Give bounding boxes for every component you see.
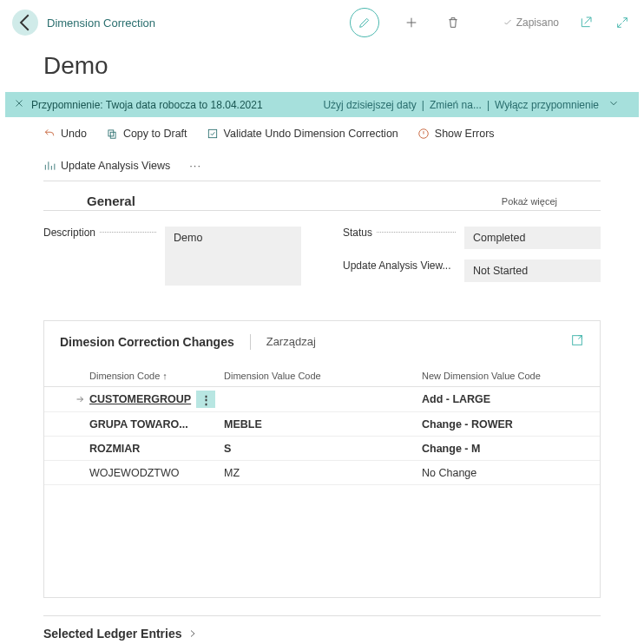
description-label: Description bbox=[43, 227, 156, 239]
saved-label-text: Zapisano bbox=[516, 16, 559, 29]
cell-val[interactable]: S bbox=[224, 443, 422, 455]
back-button[interactable] bbox=[12, 10, 38, 36]
cell-new-val[interactable]: No Change bbox=[422, 467, 584, 479]
action-copy-draft[interactable]: Copy to Draft bbox=[106, 128, 187, 140]
cell-dim-code[interactable]: GRUPA TOWARO... bbox=[89, 418, 196, 430]
reminder-message: Przypomnienie: Twoja data robocza to 18.… bbox=[31, 99, 323, 111]
saved-status: Zapisano bbox=[503, 16, 559, 29]
reminder-chevron-icon[interactable] bbox=[608, 97, 620, 112]
breadcrumb: Dimension Correction bbox=[47, 16, 350, 30]
reminder-link-off[interactable]: Wyłącz przypomnienie bbox=[495, 99, 599, 111]
description-value[interactable]: Demo bbox=[165, 227, 301, 286]
reminder-bar: Przypomnienie: Twoja data robocza to 18.… bbox=[5, 92, 639, 117]
delete-button[interactable] bbox=[444, 13, 463, 32]
status-label: Status bbox=[343, 227, 456, 239]
update-views-label: Update Analysis View... bbox=[343, 260, 456, 272]
action-show-errors[interactable]: Show Errors bbox=[417, 128, 495, 140]
changes-table: Dimesion Correction Changes Zarządzaj Di… bbox=[43, 320, 601, 598]
cell-new-val[interactable]: Change - ROWER bbox=[422, 418, 584, 430]
cell-val[interactable]: MEBLE bbox=[224, 418, 422, 430]
changes-title: Dimesion Correction Changes bbox=[60, 335, 234, 349]
action-update-views[interactable]: Update Analysis Views bbox=[43, 160, 170, 172]
expand-button[interactable] bbox=[613, 13, 632, 32]
update-views-value: Not Started bbox=[464, 260, 601, 282]
table-row[interactable]: CUSTOMERGROUP⋮Add - LARGE bbox=[44, 387, 600, 412]
edit-button[interactable] bbox=[350, 8, 379, 37]
show-more-link[interactable]: Pokaż więcej bbox=[502, 196, 557, 207]
ledger-entries-toggle[interactable]: Selected Ledger Entries bbox=[43, 627, 601, 641]
changes-manage[interactable]: Zarządzaj bbox=[266, 335, 316, 348]
row-arrow-icon bbox=[70, 394, 89, 404]
new-button[interactable] bbox=[402, 13, 421, 32]
col-new-val[interactable]: New Dimension Value Code bbox=[422, 371, 584, 381]
cell-val[interactable]: MZ bbox=[224, 467, 422, 479]
cell-dim-code[interactable]: CUSTOMERGROUP bbox=[89, 393, 196, 405]
row-menu-icon[interactable]: ⋮ bbox=[196, 391, 215, 408]
cell-dim-code[interactable]: WOJEWODZTWO bbox=[89, 467, 196, 479]
reminder-link-today[interactable]: Użyj dzisiejszej daty bbox=[323, 99, 416, 111]
table-row[interactable]: GRUPA TOWARO...MEBLEChange - ROWER bbox=[44, 412, 600, 437]
col-dim-code[interactable]: Dimension Code ↑ bbox=[89, 371, 224, 381]
cell-new-val[interactable]: Add - LARGE bbox=[422, 393, 584, 405]
action-undo[interactable]: Undo bbox=[43, 128, 87, 140]
action-validate[interactable]: Validate Undo Dimension Correction bbox=[207, 128, 398, 140]
more-actions-icon[interactable]: ··· bbox=[189, 159, 201, 172]
reminder-link-change[interactable]: Zmień na... bbox=[430, 99, 482, 111]
svg-rect-1 bbox=[110, 132, 115, 138]
expand-table-icon[interactable] bbox=[570, 333, 584, 350]
svg-rect-2 bbox=[208, 129, 216, 137]
status-value: Completed bbox=[464, 227, 601, 249]
share-button[interactable] bbox=[576, 13, 595, 32]
svg-rect-0 bbox=[108, 130, 114, 136]
action-bar: Undo Copy to Draft Validate Undo Dimensi… bbox=[43, 128, 601, 181]
table-row[interactable]: WOJEWODZTWOMZNo Change bbox=[44, 461, 600, 485]
close-reminder-icon[interactable] bbox=[14, 98, 24, 111]
general-section-title: General bbox=[87, 194, 502, 208]
col-val-code[interactable]: Dimension Value Code bbox=[224, 371, 422, 381]
cell-dim-code[interactable]: ROZMIAR bbox=[89, 443, 196, 455]
table-row[interactable]: ROZMIARSChange - M bbox=[44, 437, 600, 461]
cell-new-val[interactable]: Change - M bbox=[422, 443, 584, 455]
page-title: Demo bbox=[0, 45, 644, 92]
